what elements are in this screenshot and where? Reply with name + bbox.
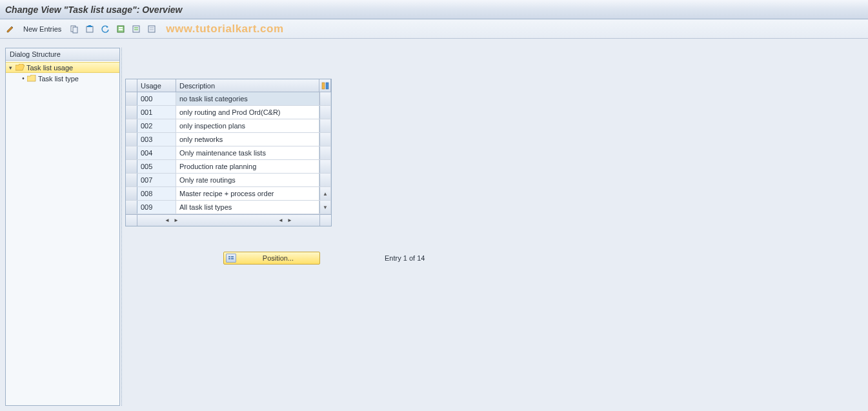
- select-block-icon[interactable]: [130, 23, 143, 35]
- usage-table: Usage Description 000no task list catego…: [125, 79, 332, 226]
- svg-rect-4: [88, 25, 91, 26]
- cell-usage[interactable]: 004: [137, 146, 176, 159]
- position-button[interactable]: Position...: [223, 252, 320, 265]
- page-title: Change View "Task list usage": Overview: [5, 5, 182, 15]
- vscroll-up-icon[interactable]: ▲: [319, 187, 331, 200]
- cell-description[interactable]: only routing and Prod Ord(C&R): [176, 106, 319, 119]
- table-row: 004Only maintenance task lists: [126, 146, 331, 160]
- row-selector[interactable]: [126, 92, 137, 105]
- vertical-splitter[interactable]: [121, 48, 124, 406]
- cell-description[interactable]: Master recipe + process order: [176, 187, 319, 200]
- svg-rect-13: [150, 29, 154, 30]
- tree-collapse-icon[interactable]: ▾: [7, 65, 14, 71]
- column-header-description[interactable]: Description: [176, 79, 319, 92]
- row-selector[interactable]: [126, 174, 137, 186]
- table-row: 002only inspection plans: [126, 119, 331, 133]
- select-all-icon[interactable]: [114, 23, 127, 35]
- table-header-row: Usage Description: [126, 79, 331, 92]
- table-row: 008Master recipe + process order▲: [126, 187, 331, 201]
- vscroll-down-icon[interactable]: ▼: [319, 201, 331, 214]
- row-selector[interactable]: [126, 187, 137, 200]
- svg-rect-2: [86, 26, 93, 32]
- scroll-right-icon[interactable]: ►: [172, 217, 180, 225]
- dialog-structure-header: Dialog Structure: [6, 48, 119, 61]
- table-body: 000no task list categories001only routin…: [126, 92, 331, 214]
- scroll-left-end-icon[interactable]: ◄: [277, 217, 285, 225]
- table-footer: ◄ ► ◄ ►: [126, 214, 331, 226]
- table-row: 001only routing and Prod Ord(C&R): [126, 106, 331, 119]
- cell-usage[interactable]: 002: [137, 119, 176, 132]
- row-selector[interactable]: [126, 160, 137, 173]
- vscroll-track[interactable]: [319, 119, 331, 132]
- svg-rect-10: [134, 29, 138, 30]
- table-footer-controls: Position... Entry 1 of 14: [223, 252, 425, 265]
- svg-rect-17: [228, 256, 230, 257]
- cell-usage[interactable]: 005: [137, 160, 176, 173]
- folder-icon: [27, 75, 36, 82]
- svg-rect-20: [231, 258, 234, 259]
- cell-usage[interactable]: 000: [137, 92, 176, 105]
- vscroll-track[interactable]: [319, 160, 331, 173]
- cell-usage[interactable]: 001: [137, 106, 176, 119]
- svg-rect-1: [73, 27, 77, 33]
- vscroll-track[interactable]: [319, 146, 331, 159]
- app-toolbar: New Entries www.tutorialkart.com: [0, 19, 868, 39]
- svg-rect-14: [322, 83, 325, 89]
- svg-rect-19: [228, 258, 230, 259]
- position-icon: [226, 254, 236, 263]
- cell-description[interactable]: Only rate routings: [176, 174, 319, 186]
- row-selector[interactable]: [126, 133, 137, 146]
- scroll-left-icon[interactable]: ◄: [163, 217, 171, 225]
- tree-node-task-list-type[interactable]: • Task list type: [6, 73, 119, 84]
- cell-description[interactable]: All task list types: [176, 201, 319, 214]
- vscroll-track[interactable]: [319, 92, 331, 105]
- content-area: Usage Description 000no task list catego…: [120, 39, 868, 411]
- cell-usage[interactable]: 007: [137, 174, 176, 186]
- cell-description[interactable]: Only maintenance task lists: [176, 146, 319, 159]
- column-header-selector[interactable]: [126, 79, 137, 92]
- cell-description[interactable]: only networks: [176, 133, 319, 146]
- table-configure-icon[interactable]: [319, 79, 331, 92]
- svg-rect-12: [150, 27, 154, 28]
- scroll-right-end-icon[interactable]: ►: [286, 217, 294, 225]
- column-header-usage[interactable]: Usage: [137, 79, 176, 92]
- table-row: 000no task list categories: [126, 92, 331, 106]
- table-row: 005Production rate planning: [126, 160, 331, 174]
- row-selector[interactable]: [126, 119, 137, 132]
- vscroll-track[interactable]: [319, 174, 331, 186]
- cell-usage[interactable]: 008: [137, 187, 176, 200]
- title-bar: Change View "Task list usage": Overview: [0, 0, 868, 19]
- cell-description[interactable]: Production rate planning: [176, 160, 319, 173]
- table-row: 009All task list types▼: [126, 201, 331, 214]
- tree-label: Task list type: [38, 75, 79, 83]
- tree-label: Task list usage: [26, 64, 73, 72]
- cell-description[interactable]: only inspection plans: [176, 119, 319, 132]
- dialog-structure-panel: Dialog Structure ▾ Task list usage • Tas…: [5, 48, 120, 406]
- row-selector[interactable]: [126, 201, 137, 214]
- toggle-display-change-icon[interactable]: [4, 23, 17, 35]
- folder-open-icon: [15, 64, 25, 71]
- tree-node-task-list-usage[interactable]: ▾ Task list usage: [6, 62, 119, 73]
- svg-rect-7: [119, 29, 123, 30]
- row-selector[interactable]: [126, 146, 137, 159]
- position-button-label: Position...: [239, 254, 318, 262]
- cell-usage[interactable]: 003: [137, 133, 176, 146]
- copy-as-icon[interactable]: [68, 23, 81, 35]
- cell-usage[interactable]: 009: [137, 201, 176, 214]
- svg-rect-18: [231, 256, 234, 257]
- svg-rect-15: [326, 83, 328, 89]
- table-row: 003only networks: [126, 133, 331, 146]
- delete-icon[interactable]: [83, 23, 96, 35]
- watermark-text: www.tutorialkart.com: [166, 23, 283, 35]
- table-row: 007Only rate routings: [126, 174, 331, 187]
- vscroll-track[interactable]: [319, 133, 331, 146]
- new-entries-button[interactable]: New Entries: [23, 25, 61, 33]
- undo-change-icon[interactable]: [99, 23, 112, 35]
- row-selector[interactable]: [126, 106, 137, 119]
- dialog-structure-tree: ▾ Task list usage • Task list type: [6, 61, 119, 85]
- work-area: Dialog Structure ▾ Task list usage • Tas…: [0, 39, 868, 411]
- vscroll-track[interactable]: [319, 106, 331, 119]
- cell-description[interactable]: no task list categories: [176, 92, 319, 105]
- deselect-all-icon[interactable]: [145, 23, 158, 35]
- entry-count-text: Entry 1 of 14: [385, 254, 425, 262]
